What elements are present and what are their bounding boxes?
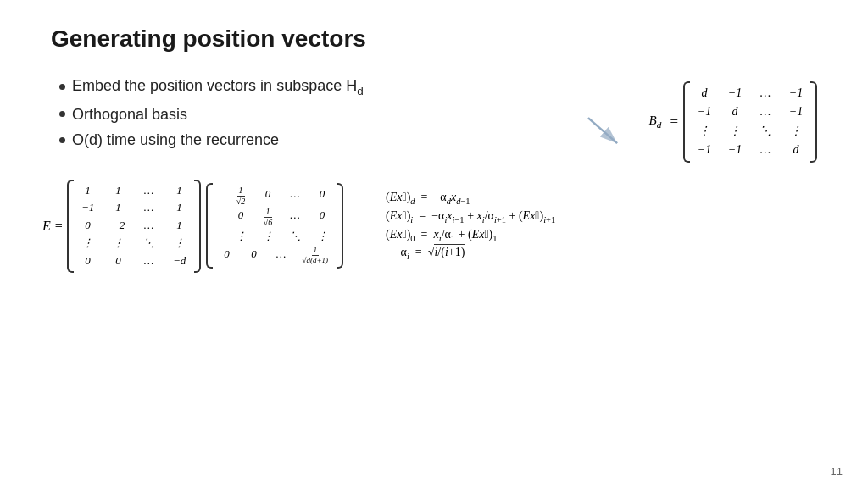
e-matrix1-cells: 1 1 … 1 −1 1 … 1 0 −2 … bbox=[75, 180, 192, 273]
e1-row2: −1 1 … 1 bbox=[81, 199, 187, 217]
e2-paren-left bbox=[206, 183, 213, 269]
bullet-text-2: Orthogonal basis bbox=[72, 102, 187, 128]
bullet-item-3: O(d) time using the recurrence bbox=[51, 127, 577, 153]
bullet-text-1: Embed the position vectors in subspace H… bbox=[72, 73, 364, 102]
bd-matrix-inner: d −1 … −1 −1 d … −1 ⋮ bbox=[683, 81, 817, 163]
bullet-list: Embed the position vectors in subspace H… bbox=[51, 73, 577, 153]
bullet-dot-1 bbox=[59, 84, 65, 90]
formula-4: αi = √i/(i+1) bbox=[386, 246, 555, 261]
e-matrix1-inner: 1 1 … 1 −1 1 … 1 0 −2 … bbox=[67, 180, 201, 273]
bd-label: Bd bbox=[649, 114, 662, 130]
formula-1-text: (Ex⃗)d = −αdxd−1 bbox=[386, 191, 470, 206]
e2-row3: ⋮ ⋮ ⋱ ⋮ bbox=[220, 228, 331, 246]
formula-1: (Ex⃗)d = −αdxd−1 bbox=[386, 191, 555, 206]
slide: Generating position vectors Embed the po… bbox=[0, 0, 868, 488]
bullet-item-1: Embed the position vectors in subspace H… bbox=[51, 73, 577, 102]
arrow-container bbox=[577, 103, 628, 158]
bd-matrix-wrapper: Bd = d −1 … −1 −1 d bbox=[649, 81, 817, 163]
page-number: 11 bbox=[831, 465, 843, 478]
e-matrix2-cells: 1 √2 0 … 0 0 1 √6 bbox=[214, 183, 336, 269]
e1-row5: 0 0 … −d bbox=[81, 252, 187, 270]
slide-title: Generating position vectors bbox=[51, 25, 817, 53]
arrow-icon bbox=[577, 103, 628, 154]
bullet-text-3: O(d) time using the recurrence bbox=[72, 127, 279, 153]
bd-matrix-area: Bd = d −1 … −1 −1 d bbox=[577, 81, 817, 163]
bd-row-2: −1 d … −1 bbox=[697, 103, 804, 121]
lower-section: E = 1 1 … 1 −1 1 … 1 bbox=[51, 180, 817, 273]
e2-paren-right bbox=[337, 183, 343, 269]
bullets-column: Embed the position vectors in subspace H… bbox=[51, 73, 577, 162]
bullet-dot-3 bbox=[59, 137, 65, 143]
e-matrix2-inner: 1 √2 0 … 0 0 1 √6 bbox=[206, 183, 344, 269]
bullet-dot-2 bbox=[59, 111, 65, 117]
formula-2: (Ex⃗)i = −αixi−1 + xi/αi+1 + (Ex⃗)i+1 bbox=[386, 209, 555, 225]
upper-section: Embed the position vectors in subspace H… bbox=[51, 73, 817, 163]
e1-row3: 0 −2 … 1 bbox=[81, 217, 187, 235]
e1-paren-left bbox=[67, 180, 74, 273]
e2-row4: 0 0 … 1 √d(d+1) bbox=[220, 246, 331, 266]
formula-2-text: (Ex⃗)i = −αixi−1 + xi/αi+1 + (Ex⃗)i+1 bbox=[386, 209, 555, 225]
svg-line-1 bbox=[587, 118, 616, 143]
bd-cells: d −1 … −1 −1 d … −1 ⋮ bbox=[692, 81, 809, 163]
e1-paren-right bbox=[194, 180, 201, 273]
formula-4-text: αi = √i/(i+1) bbox=[386, 246, 465, 261]
e2-row2: 0 1 √6 … 0 bbox=[220, 207, 331, 228]
e-label: E = bbox=[42, 219, 64, 234]
bd-paren-right bbox=[810, 81, 817, 163]
formula-3-text: (Ex⃗)0 = xi/α1 + (Ex⃗)1 bbox=[386, 228, 497, 243]
e2-row1: 1 √2 0 … 0 bbox=[220, 186, 331, 207]
formula-3: (Ex⃗)0 = xi/α1 + (Ex⃗)1 bbox=[386, 228, 555, 243]
bd-paren-left bbox=[683, 81, 690, 163]
e1-row4: ⋮ ⋮ ⋱ ⋮ bbox=[81, 235, 187, 252]
bd-row-3: ⋮ ⋮ ⋱ ⋮ bbox=[697, 122, 804, 141]
e1-row1: 1 1 … 1 bbox=[81, 182, 187, 200]
recurrence-formulas: (Ex⃗)d = −αdxd−1 (Ex⃗)i = −αixi−1 + xi/α… bbox=[386, 191, 555, 261]
bd-row-1: d −1 … −1 bbox=[697, 84, 804, 103]
bd-row-4: −1 −1 … d bbox=[697, 141, 804, 159]
e-matrix-area: E = 1 1 … 1 −1 1 … 1 bbox=[42, 180, 343, 273]
bullet-item-2: Orthogonal basis bbox=[51, 102, 577, 128]
bd-equals: = bbox=[670, 114, 678, 130]
